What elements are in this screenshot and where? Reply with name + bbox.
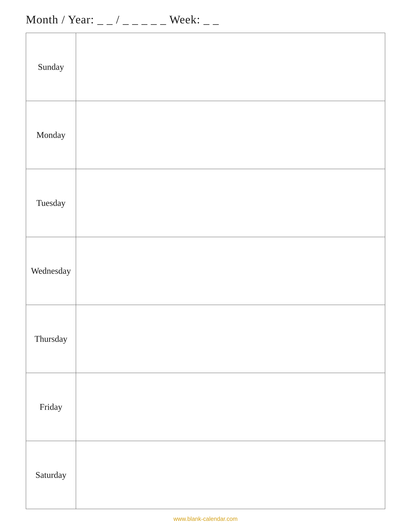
footer-link[interactable]: www.blank-calendar.com xyxy=(173,515,238,522)
row-sunday: Sunday xyxy=(26,33,385,101)
day-label-friday: Friday xyxy=(26,373,76,441)
day-label-thursday: Thursday xyxy=(26,305,76,373)
day-content-sunday[interactable] xyxy=(76,33,385,101)
day-label-wednesday: Wednesday xyxy=(26,237,76,305)
day-content-saturday[interactable] xyxy=(76,441,385,509)
page-header: Month / Year: _ _ / _ _ _ _ _ Week: _ _ xyxy=(26,13,385,26)
day-label-monday: Monday xyxy=(26,101,76,169)
row-monday: Monday xyxy=(26,101,385,169)
row-friday: Friday xyxy=(26,373,385,441)
page-footer: www.blank-calendar.com xyxy=(173,515,238,522)
day-content-tuesday[interactable] xyxy=(76,169,385,237)
month-year-week-label: Month / Year: _ _ / _ _ _ _ _ Week: _ _ xyxy=(26,13,219,26)
row-thursday: Thursday xyxy=(26,305,385,373)
row-saturday: Saturday xyxy=(26,441,385,509)
day-content-wednesday[interactable] xyxy=(76,237,385,305)
day-label-saturday: Saturday xyxy=(26,441,76,509)
row-wednesday: Wednesday xyxy=(26,237,385,305)
day-content-monday[interactable] xyxy=(76,101,385,169)
day-content-thursday[interactable] xyxy=(76,305,385,373)
row-tuesday: Tuesday xyxy=(26,169,385,237)
weekly-calendar-table: SundayMondayTuesdayWednesdayThursdayFrid… xyxy=(26,33,385,509)
day-label-sunday: Sunday xyxy=(26,33,76,101)
day-label-tuesday: Tuesday xyxy=(26,169,76,237)
day-content-friday[interactable] xyxy=(76,373,385,441)
